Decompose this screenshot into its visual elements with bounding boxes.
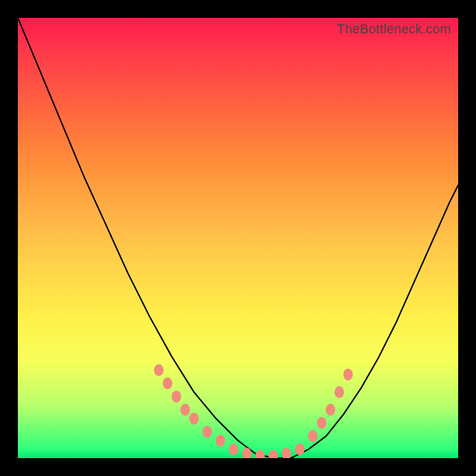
highlight-dot bbox=[295, 443, 305, 455]
bottleneck-curve-path bbox=[18, 18, 458, 458]
highlight-dot bbox=[255, 450, 265, 458]
chart-svg bbox=[18, 18, 458, 458]
highlight-dot bbox=[202, 426, 212, 438]
highlight-dot bbox=[281, 448, 291, 458]
highlight-dot bbox=[163, 377, 173, 389]
highlight-dot bbox=[308, 430, 318, 442]
highlight-dot bbox=[325, 404, 335, 416]
chart-frame: TheBottleneck.com bbox=[0, 0, 476, 476]
highlight-dot bbox=[334, 386, 344, 398]
highlight-dot bbox=[229, 443, 239, 455]
highlight-dot bbox=[171, 390, 181, 402]
highlight-dot bbox=[154, 364, 164, 376]
highlight-dot bbox=[268, 450, 278, 458]
highlight-dots-group bbox=[154, 364, 353, 458]
highlight-dot bbox=[343, 368, 353, 380]
highlight-dot bbox=[317, 417, 327, 429]
highlight-dot bbox=[180, 404, 190, 416]
highlight-dot bbox=[189, 412, 199, 424]
highlight-dot bbox=[215, 434, 225, 446]
chart-plot-area: TheBottleneck.com bbox=[18, 18, 458, 458]
